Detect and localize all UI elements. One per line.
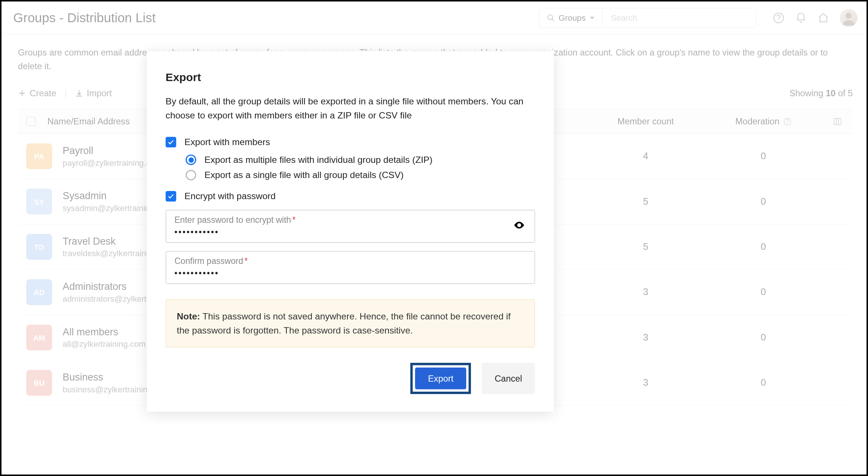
export-button-highlight: Export (410, 363, 471, 394)
export-members-label: Export with members (184, 137, 270, 148)
export-members-checkbox[interactable] (166, 137, 176, 148)
check-icon (167, 139, 174, 146)
option-zip-radio[interactable] (186, 154, 196, 165)
option-zip-label: Export as multiple files with individual… (205, 154, 433, 165)
encrypt-label: Encrypt with password (184, 191, 276, 202)
modal-description: By default, all the group details will b… (166, 94, 535, 123)
option-csv-radio[interactable] (186, 170, 196, 181)
password-value: ••••••••••• (174, 227, 526, 236)
password-note: Note: This password is not saved anywher… (166, 299, 535, 348)
modal-title: Export (166, 71, 535, 84)
option-csv-label: Export as a single file with all group d… (205, 170, 404, 181)
export-modal: Export By default, all the group details… (147, 51, 554, 412)
check-icon (167, 193, 174, 200)
confirm-value: ••••••••••• (174, 268, 526, 277)
toggle-password-visibility[interactable] (513, 219, 525, 233)
export-button[interactable]: Export (415, 368, 467, 389)
eye-icon (513, 219, 525, 231)
cancel-button[interactable]: Cancel (482, 363, 535, 394)
encrypt-checkbox[interactable] (166, 191, 176, 202)
confirm-password-field[interactable]: Confirm password* ••••••••••• (166, 251, 535, 284)
password-field[interactable]: Enter password to encrypt with* ••••••••… (166, 210, 535, 243)
